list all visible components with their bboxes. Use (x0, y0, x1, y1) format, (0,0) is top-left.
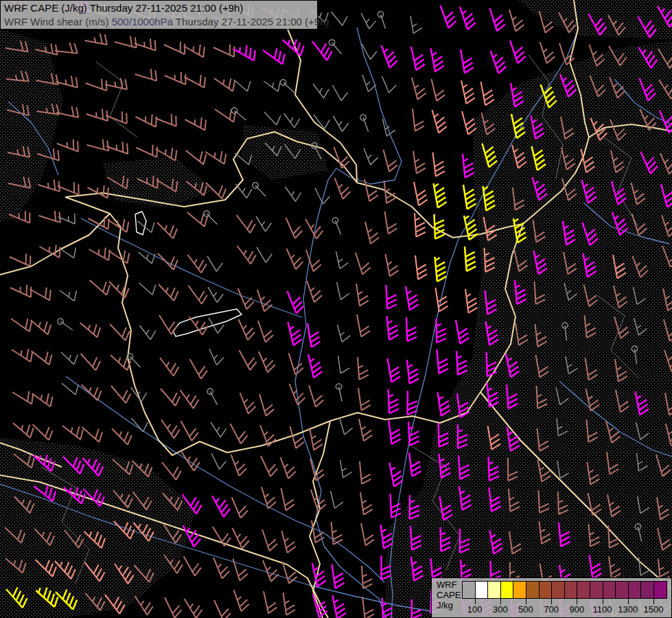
legend-tick-label: 1300 (614, 604, 642, 615)
legend-tick-label: 100 (461, 604, 489, 615)
legend-tick (653, 599, 654, 604)
map-title-cape: WRF CAPE (J/kg) Thursday 27-11-2025 21:0… (4, 1, 317, 15)
legend-tick (500, 599, 501, 604)
legend-tick (475, 599, 476, 604)
legend-tick (551, 599, 552, 604)
title-shear-levels: 500/1000hPa (112, 16, 173, 27)
legend-cell (603, 581, 616, 599)
title-shear-prefix: WRF Wind shear (m/s) (4, 16, 112, 27)
legend-tick-label: 700 (537, 604, 565, 615)
legend-title-line3: J/kg (437, 600, 461, 610)
legend-tick (526, 599, 526, 604)
legend-cell (487, 581, 501, 599)
legend-cell (653, 581, 667, 599)
legend-tick (628, 599, 629, 604)
map-title-windshear: WRF Wind shear (m/s) 500/1000hPa Thursda… (4, 15, 317, 29)
legend-tick (603, 599, 603, 604)
legend-title-line1: WRF (437, 580, 461, 590)
legend-tick-label: 1100 (589, 604, 616, 615)
legend-tick-label: 1500 (640, 604, 667, 615)
weather-map-page: WRF CAPE (J/kg) Thursday 27-11-2025 21:0… (0, 0, 672, 618)
map-canvas (0, 0, 672, 618)
legend-cell (539, 581, 553, 599)
legend-cell (640, 581, 654, 599)
title-bar: WRF CAPE (J/kg) Thursday 27-11-2025 21:0… (0, 0, 318, 30)
legend-tick-label: 500 (512, 604, 540, 615)
legend-cell (551, 581, 565, 599)
legend-cell (590, 581, 603, 599)
legend-cell (615, 581, 629, 599)
legend-title-line2: CAPE (437, 590, 461, 600)
legend-tick-label: 300 (487, 604, 514, 615)
cape-legend: WRF CAPE J/kg 10030050070090011001300150… (431, 577, 672, 618)
legend-title: WRF CAPE J/kg (437, 580, 461, 610)
legend-tick (577, 599, 577, 604)
title-shear-suffix: Thursday 27-11-2025 21:00 (+9h) (173, 16, 329, 27)
legend-cell (564, 581, 578, 599)
legend-cell (513, 581, 526, 599)
legend-cell (628, 581, 642, 599)
legend-cell (462, 581, 476, 599)
legend-tick-label: 900 (563, 604, 590, 615)
legend-cell (475, 581, 489, 599)
legend-cell (577, 581, 590, 599)
legend-cell (526, 581, 540, 599)
legend-cell (500, 581, 514, 599)
